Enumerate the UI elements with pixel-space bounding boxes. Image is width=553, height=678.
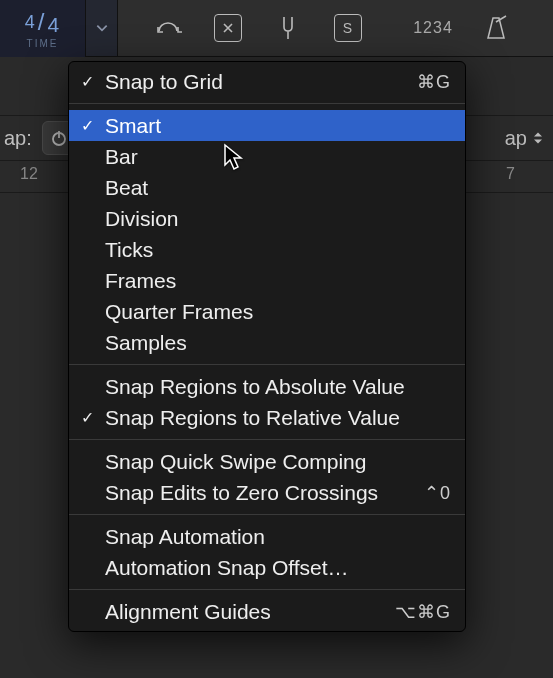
menu-item-label: Snap Regions to Relative Value [105, 406, 451, 430]
time-label: TIME [27, 38, 59, 49]
menu-item-label: Beat [105, 176, 451, 200]
menu-item-bar[interactable]: Bar [69, 141, 465, 172]
tuning-fork-icon [276, 15, 300, 41]
menu-item-snap-relative[interactable]: ✓ Snap Regions to Relative Value [69, 402, 465, 433]
menu-item-alignment-guides[interactable]: Alignment Guides ⌥⌘G [69, 596, 465, 627]
ruler-mark: 12 [20, 165, 38, 183]
replace-x-icon [214, 14, 242, 42]
cycle-button[interactable] [138, 0, 198, 56]
menu-item-label: Ticks [105, 238, 451, 262]
ruler-mark: 7 [506, 165, 515, 183]
power-icon [50, 129, 68, 147]
menu-item-label: Samples [105, 331, 451, 355]
menu-separator [69, 589, 465, 590]
metronome-icon [482, 14, 510, 42]
menu-item-label: Alignment Guides [105, 600, 395, 624]
menu-item-label: Quarter Frames [105, 300, 451, 324]
solo-button[interactable]: S [318, 0, 378, 56]
menu-item-smart[interactable]: ✓ Smart [69, 110, 465, 141]
menu-separator [69, 514, 465, 515]
metronome-button[interactable] [468, 0, 523, 56]
menu-item-beat[interactable]: Beat [69, 172, 465, 203]
time-sig-numerator: 4 [25, 12, 36, 32]
replace-button[interactable] [198, 0, 258, 56]
menu-item-shortcut: ⌥⌘G [395, 601, 451, 623]
top-toolbar: 4/4 TIME S 1234 [0, 0, 553, 57]
menu-item-shortcut: ⌘G [417, 71, 451, 93]
menu-item-snap-absolute[interactable]: Snap Regions to Absolute Value [69, 371, 465, 402]
tuner-button[interactable] [258, 0, 318, 56]
menu-item-label: Snap Quick Swipe Comping [105, 450, 451, 474]
snap-dropdown-right[interactable]: ap [505, 127, 543, 150]
menu-item-automation-offset[interactable]: Automation Snap Offset… [69, 552, 465, 583]
snap-label-suffix: ap [505, 127, 527, 150]
time-sig-denominator: 4 [48, 13, 61, 36]
checkmark-icon: ✓ [69, 72, 105, 91]
menu-item-frames[interactable]: Frames [69, 265, 465, 296]
checkmark-icon: ✓ [69, 116, 105, 135]
menu-separator [69, 103, 465, 104]
menu-item-label: Snap Regions to Absolute Value [105, 375, 451, 399]
menu-item-label: Automation Snap Offset… [105, 556, 451, 580]
snap-menu: ✓ Snap to Grid ⌘G ✓ Smart Bar Beat Divis… [68, 61, 466, 632]
menu-item-label: Snap to Grid [105, 70, 417, 94]
menu-separator [69, 364, 465, 365]
time-signature-display[interactable]: 4/4 TIME [0, 0, 86, 57]
menu-separator [69, 439, 465, 440]
chevron-down-icon [95, 21, 109, 35]
time-sig-dropdown-button[interactable] [86, 0, 118, 56]
menu-item-label: Snap Edits to Zero Crossings [105, 481, 424, 505]
menu-item-label: Bar [105, 145, 451, 169]
menu-item-quarter-frames[interactable]: Quarter Frames [69, 296, 465, 327]
count-in-button[interactable]: 1234 [398, 0, 468, 56]
menu-item-shortcut: ⌃0 [424, 482, 451, 504]
menu-item-quick-swipe[interactable]: Snap Quick Swipe Comping [69, 446, 465, 477]
menu-item-zero-crossings[interactable]: Snap Edits to Zero Crossings ⌃0 [69, 477, 465, 508]
up-down-stepper-icon [533, 131, 543, 145]
snap-label-prefix: ap: [4, 127, 32, 150]
menu-item-label: Frames [105, 269, 451, 293]
menu-item-snap-automation[interactable]: Snap Automation [69, 521, 465, 552]
cycle-icon [154, 17, 182, 39]
menu-item-label: Division [105, 207, 451, 231]
checkmark-icon: ✓ [69, 408, 105, 427]
menu-item-samples[interactable]: Samples [69, 327, 465, 358]
solo-s-icon: S [334, 14, 362, 42]
menu-item-label: Snap Automation [105, 525, 451, 549]
menu-item-division[interactable]: Division [69, 203, 465, 234]
menu-item-ticks[interactable]: Ticks [69, 234, 465, 265]
menu-item-label: Smart [105, 114, 451, 138]
menu-item-snap-to-grid[interactable]: ✓ Snap to Grid ⌘G [69, 66, 465, 97]
